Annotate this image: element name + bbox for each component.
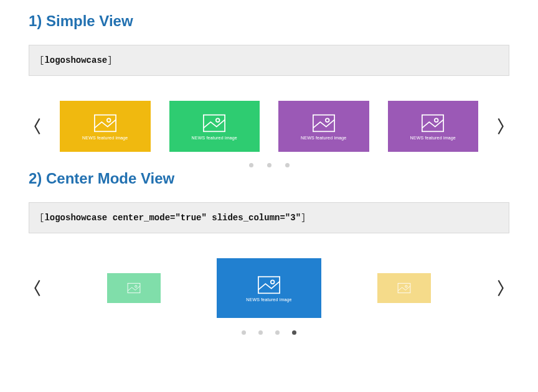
svg-rect-2 <box>204 114 225 131</box>
carousel-2-next-arrow[interactable] <box>492 276 509 301</box>
chevron-right-icon <box>495 116 506 136</box>
svg-rect-6 <box>422 114 443 131</box>
slide-caption: NEWS featured image <box>301 136 346 140</box>
image-placeholder-icon <box>127 282 141 294</box>
image-placeholder-icon <box>421 113 445 133</box>
slide-caption: NEWS featured image <box>410 136 456 140</box>
logo-slide[interactable]: NEWS featured image <box>278 101 369 152</box>
svg-point-11 <box>271 280 275 284</box>
carousel-2-prev-arrow[interactable] <box>29 276 46 301</box>
code-name: logoshowcase <box>44 213 112 223</box>
carousel-2: NEWS featured image <box>29 258 509 318</box>
chevron-left-icon <box>32 278 43 298</box>
carousel-2-track: NEWS featured image <box>60 258 478 318</box>
svg-rect-0 <box>95 114 116 131</box>
logo-slide-side[interactable] <box>107 273 161 303</box>
svg-point-13 <box>405 286 407 287</box>
code-bracket-close: ] <box>301 213 306 223</box>
carousel-1: NEWS featured image NEWS featured image … <box>29 101 509 152</box>
carousel-1-track: NEWS featured image NEWS featured image … <box>60 101 478 152</box>
pagination-dot[interactable] <box>258 330 263 335</box>
logo-slide-side[interactable] <box>377 273 431 303</box>
logo-slide[interactable]: NEWS featured image <box>388 101 479 152</box>
svg-point-3 <box>216 118 220 122</box>
logo-slide-center[interactable]: NEWS featured image <box>217 258 321 318</box>
svg-point-7 <box>435 118 438 122</box>
slide-caption: NEWS featured image <box>246 297 291 302</box>
chevron-left-icon <box>32 116 43 136</box>
carousel-1-prev-arrow[interactable] <box>29 114 46 139</box>
svg-point-1 <box>107 118 111 122</box>
section-1-title: 1) Simple View <box>29 12 509 30</box>
svg-point-9 <box>135 286 137 287</box>
pagination-dot-active[interactable] <box>292 330 296 335</box>
pagination-dot[interactable] <box>267 163 271 167</box>
chevron-right-icon <box>495 278 506 298</box>
carousel-2-dots <box>29 330 509 335</box>
pagination-dot[interactable] <box>275 330 280 335</box>
svg-rect-12 <box>398 283 410 292</box>
svg-rect-4 <box>313 114 334 131</box>
code-name: logoshowcase <box>44 55 107 65</box>
slide-caption: NEWS featured image <box>192 136 237 140</box>
shortcode-box-2: [logoshowcase center_mode="true" slides_… <box>29 202 509 233</box>
svg-rect-8 <box>128 283 140 292</box>
logo-slide[interactable]: NEWS featured image <box>60 101 151 152</box>
image-placeholder-icon <box>93 113 117 133</box>
carousel-1-next-arrow[interactable] <box>492 114 509 139</box>
section-2-title: 2) Center Mode View <box>29 170 509 187</box>
pagination-dot[interactable] <box>242 330 246 335</box>
image-placeholder-icon <box>312 113 336 133</box>
code-attrs: center_mode="true" slides_column="3" <box>113 213 301 223</box>
image-placeholder-icon <box>397 282 411 294</box>
image-placeholder-icon <box>257 275 281 295</box>
carousel-1-dots <box>29 163 509 167</box>
svg-rect-10 <box>258 276 280 293</box>
pagination-dot[interactable] <box>285 163 290 167</box>
slide-caption: NEWS featured image <box>82 136 128 140</box>
shortcode-box-1: [logoshowcase] <box>29 45 509 76</box>
pagination-dot[interactable] <box>249 163 253 167</box>
svg-point-5 <box>326 118 329 122</box>
code-bracket-close: ] <box>107 55 112 65</box>
image-placeholder-icon <box>202 113 226 133</box>
logo-slide[interactable]: NEWS featured image <box>169 101 260 152</box>
